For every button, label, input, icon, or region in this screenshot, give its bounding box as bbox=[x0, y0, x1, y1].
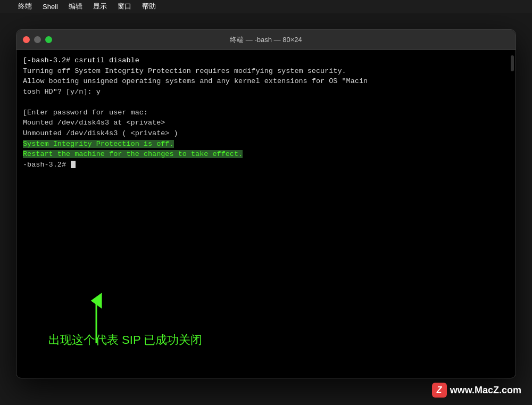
close-button[interactable] bbox=[23, 36, 30, 43]
terminal-line-2: Turning off System Integrity Protection … bbox=[23, 66, 509, 77]
terminal-line-9: System Integrity Protection is off. bbox=[23, 139, 509, 150]
terminal-line-11: -bash-3.2# bbox=[23, 160, 509, 170]
menu-view[interactable]: 显示 bbox=[88, 1, 112, 12]
maximize-button[interactable] bbox=[45, 36, 52, 43]
titlebar: 终端 — -bash — 80×24 bbox=[16, 30, 516, 50]
menu-window[interactable]: 窗口 bbox=[112, 1, 137, 12]
terminal-line-10: Restart the machine for the changes to t… bbox=[23, 149, 509, 160]
terminal-line-1: [-bash-3.2# csrutil disable bbox=[23, 55, 509, 66]
watermark-url: www.MacZ.com bbox=[450, 385, 521, 396]
menu-edit[interactable]: 编辑 bbox=[63, 1, 88, 12]
window-title: 终端 — -bash — 80×24 bbox=[230, 35, 302, 45]
terminal-window: 终端 — -bash — 80×24 [-bash-3.2# csrutil d… bbox=[16, 29, 516, 378]
terminal-cursor bbox=[71, 161, 76, 168]
watermark-icon: Z bbox=[432, 383, 447, 398]
terminal-line-7: Mounted /dev/disk4s3 at <private> bbox=[23, 118, 509, 128]
terminal-content[interactable]: [-bash-3.2# csrutil disable Turning off … bbox=[16, 50, 516, 378]
terminal-line-3: Allow booting unsigned operating systems… bbox=[23, 76, 509, 87]
menubar: 终端 Shell 编辑 显示 窗口 帮助 bbox=[0, 0, 532, 13]
terminal-line-8: Unmounted /dev/disk4s3 ( <private> ) bbox=[23, 128, 509, 139]
watermark: Z www.MacZ.com bbox=[432, 383, 521, 398]
terminal-line-4: tosh HD"? [y/n]: y bbox=[23, 87, 509, 97]
apple-menu[interactable] bbox=[4, 5, 13, 7]
window-buttons bbox=[23, 36, 52, 43]
menu-help[interactable]: 帮助 bbox=[137, 1, 161, 12]
menu-shell[interactable]: Shell bbox=[37, 2, 63, 12]
minimize-button[interactable] bbox=[34, 36, 41, 43]
terminal-line-empty bbox=[23, 97, 509, 108]
annotation-text: 出现这个代表 SIP 已成功关闭 bbox=[48, 332, 202, 349]
scrollbar[interactable] bbox=[511, 55, 514, 71]
menu-terminal[interactable]: 终端 bbox=[13, 1, 37, 12]
terminal-line-6: [Enter password for user mac: bbox=[23, 108, 509, 118]
